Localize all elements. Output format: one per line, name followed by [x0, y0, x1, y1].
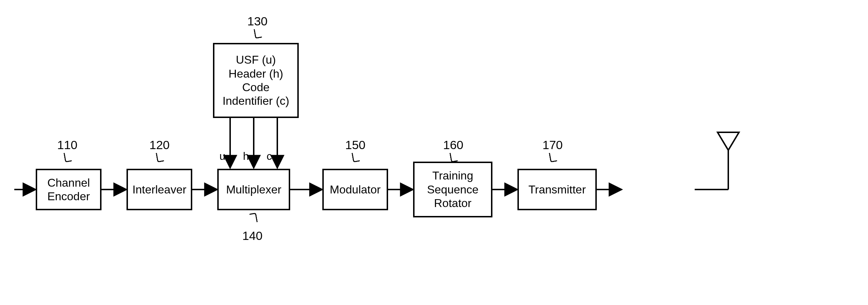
infobox-line-usf: USF (u): [236, 53, 276, 67]
block-multiplexer: Multiplexer: [217, 169, 290, 210]
label-150: 150: [345, 138, 366, 152]
block-diagram: 110 Channel Encoder 120 Interleaver 130 …: [14, 14, 854, 291]
label-140: 140: [242, 229, 263, 243]
signal-label-h: h: [243, 150, 249, 162]
block-info-box: USF (u) Header (h) Code Indentifier (c): [213, 43, 299, 118]
signal-label-u: u: [219, 150, 225, 162]
label-120: 120: [149, 138, 170, 152]
connections-svg: [14, 14, 854, 291]
svg-marker-12: [718, 132, 739, 150]
block-channel-encoder: Channel Encoder: [36, 169, 101, 210]
block-transmitter: Transmitter: [517, 169, 597, 210]
signal-label-c: c: [267, 150, 272, 162]
label-170: 170: [542, 138, 563, 152]
infobox-line-header: Header (h): [229, 67, 283, 80]
label-110: 110: [57, 138, 78, 152]
label-130: 130: [247, 14, 268, 28]
infobox-line-ident: Indentifier (c): [223, 94, 289, 108]
block-modulator: Modulator: [322, 169, 388, 210]
infobox-line-code: Code: [242, 80, 270, 94]
block-training-sequence-rotator: Training Sequence Rotator: [413, 162, 492, 217]
label-160: 160: [443, 138, 463, 152]
block-interleaver: Interleaver: [127, 169, 192, 210]
